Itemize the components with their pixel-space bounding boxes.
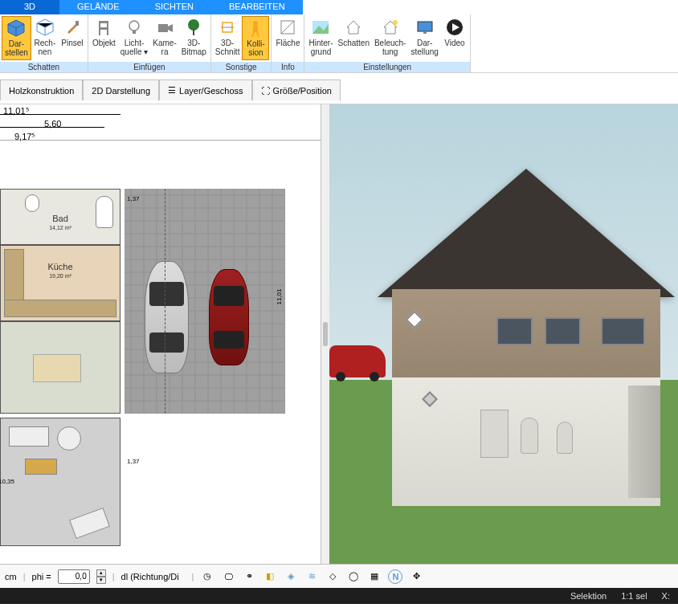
3d-bitmap-button[interactable]: 3D- Bitmap bbox=[179, 16, 209, 60]
tool-clock-icon[interactable]: ◷ bbox=[200, 569, 214, 584]
driveway[interactable]: 11,01 bbox=[125, 189, 285, 414]
house-light-icon bbox=[381, 18, 400, 37]
svg-marker-22 bbox=[347, 21, 360, 34]
tab-sichten[interactable]: SICHTEN bbox=[137, 0, 211, 14]
video-button[interactable]: Video bbox=[441, 16, 468, 60]
status-selection: Selektion bbox=[570, 591, 607, 601]
tool-monitor-icon[interactable]: 🖵 bbox=[221, 569, 235, 584]
person-icon bbox=[246, 18, 265, 38]
status-coord: X: bbox=[662, 591, 670, 601]
brush-icon bbox=[63, 18, 82, 37]
room-bad[interactable]: Bad14,12 m² bbox=[0, 189, 120, 245]
monitor-icon bbox=[415, 18, 435, 37]
subtab-2d-darstellung[interactable]: 2D Darstellung bbox=[83, 80, 159, 100]
main-tabs: 3D GELÄNDE SICHTEN BEARBEITEN bbox=[0, 0, 678, 14]
work-area: 11,01⁵ 5,60 9,17⁵ Bad14,12 m² Küche19,20… bbox=[0, 104, 678, 564]
svg-rect-8 bbox=[133, 31, 136, 34]
rechnen-button[interactable]: Rech- nen bbox=[31, 16, 59, 60]
group-label-sonstige: Sonstige bbox=[211, 62, 272, 72]
darstellung-button[interactable]: Dar- stellung bbox=[408, 16, 440, 60]
tool-cursor-icon[interactable]: ✥ bbox=[409, 569, 423, 584]
tab-gelaende[interactable]: GELÄNDE bbox=[59, 0, 137, 14]
svg-point-7 bbox=[129, 21, 139, 31]
tool-layers2-icon[interactable]: ≋ bbox=[304, 569, 319, 584]
phi-spinner[interactable]: ▲▼ bbox=[96, 569, 106, 584]
hintergrund-button[interactable]: Hinter- grund bbox=[306, 16, 335, 60]
3d-view[interactable] bbox=[329, 104, 678, 564]
pinsel-button[interactable]: Pinsel bbox=[59, 16, 86, 60]
svg-line-17 bbox=[252, 32, 254, 37]
tab-bearbeiten[interactable]: BEARBEITEN bbox=[211, 0, 303, 14]
room-lower[interactable] bbox=[0, 418, 120, 546]
tool-layers1-icon[interactable]: ◈ bbox=[284, 569, 298, 584]
flaeche-button[interactable]: Fläche bbox=[273, 16, 302, 60]
direction-label: dl (Richtung/Di bbox=[121, 572, 186, 581]
tool-grid-icon[interactable]: ▦ bbox=[367, 569, 382, 584]
3d-schnitt-button[interactable]: 3D- Schnitt bbox=[213, 16, 243, 60]
status-scale: 1:1 sel bbox=[621, 591, 647, 601]
tab-3d[interactable]: 3D bbox=[0, 0, 59, 14]
phi-label: phi = bbox=[32, 572, 51, 581]
car-silver[interactable] bbox=[145, 261, 189, 373]
bottom-toolbar: cm | phi = ▲▼ | dl (Richtung/Di | ◷ 🖵 ⚭ … bbox=[0, 564, 678, 588]
darstellen-button[interactable]: Dar- stellen bbox=[2, 16, 31, 60]
svg-rect-2 bbox=[76, 21, 79, 26]
car-3d bbox=[329, 345, 386, 377]
cube-icon bbox=[6, 18, 26, 38]
subtab-layer-geschoss[interactable]: ☰Layer/Geschoss bbox=[159, 80, 251, 100]
dim-s3: 10,35 bbox=[0, 478, 14, 485]
splitter[interactable] bbox=[321, 104, 329, 564]
svg-point-24 bbox=[393, 20, 398, 25]
car-red[interactable] bbox=[209, 269, 249, 365]
beleuchtung-button[interactable]: Beleuch- tung bbox=[372, 16, 408, 60]
dim-s1: 1,37 bbox=[127, 195, 140, 202]
svg-rect-26 bbox=[423, 31, 427, 34]
tool-link-icon[interactable]: ⚭ bbox=[242, 569, 256, 584]
room-zimmer[interactable]: zimmer bbox=[0, 321, 120, 414]
property-tabs: Holzkonstruktion 2D Darstellung ☰Layer/G… bbox=[0, 73, 678, 104]
bulb-icon bbox=[125, 18, 144, 37]
group-label-einfuegen: Einfügen bbox=[88, 62, 210, 72]
landscape-icon bbox=[311, 18, 330, 37]
svg-rect-25 bbox=[418, 22, 432, 31]
layers-icon: ☰ bbox=[168, 85, 176, 96]
phi-input[interactable] bbox=[58, 569, 90, 584]
svg-rect-16 bbox=[253, 26, 258, 32]
tool-circle-icon[interactable]: ◯ bbox=[346, 569, 361, 584]
svg-rect-9 bbox=[158, 24, 168, 32]
unit-label: cm bbox=[5, 572, 17, 581]
group-label-einstellungen: Einstellungen bbox=[304, 62, 469, 72]
area-icon bbox=[278, 18, 297, 37]
subtab-groesse-position[interactable]: ⛶Größe/Position bbox=[252, 80, 341, 100]
svg-point-11 bbox=[188, 19, 199, 31]
resize-icon: ⛶ bbox=[261, 86, 270, 96]
group-label-schatten: Schatten bbox=[0, 62, 88, 72]
svg-marker-10 bbox=[168, 24, 173, 32]
objekt-button[interactable]: Objekt bbox=[90, 16, 118, 60]
svg-line-18 bbox=[257, 32, 259, 37]
dim-drive: 11,01 bbox=[275, 288, 282, 304]
tree-icon bbox=[184, 18, 203, 37]
kollision-button[interactable]: Kolli- sion bbox=[242, 16, 269, 60]
dim-overall: 11,01⁵ bbox=[3, 106, 29, 116]
tool-diamond-icon[interactable]: ◇ bbox=[325, 569, 340, 584]
dim-s2: 1,37 bbox=[127, 458, 140, 465]
svg-point-15 bbox=[253, 21, 258, 26]
floorplan-view[interactable]: 11,01⁵ 5,60 9,17⁵ Bad14,12 m² Küche19,20… bbox=[0, 104, 321, 564]
tool-cube-icon[interactable]: ◧ bbox=[263, 569, 277, 584]
status-bar: Selektion 1:1 sel X: bbox=[0, 588, 678, 604]
camera-icon bbox=[155, 18, 174, 37]
house-3d bbox=[378, 169, 675, 506]
svg-rect-12 bbox=[193, 29, 194, 35]
schatten-set-button[interactable]: Schatten bbox=[335, 16, 371, 60]
ribbon: Dar- stellen Rech- nen Pinsel Schatten O… bbox=[0, 14, 678, 73]
subtab-holzkonstruktion[interactable]: Holzkonstruktion bbox=[0, 80, 83, 100]
lichtquelle-button[interactable]: Licht- quelle ▾ bbox=[118, 16, 150, 60]
room-kueche[interactable]: Küche19,20 m² bbox=[0, 245, 120, 321]
chair-icon bbox=[94, 18, 113, 37]
kamera-button[interactable]: Kame- ra bbox=[150, 16, 178, 60]
scissors-icon bbox=[218, 18, 237, 37]
tool-n-icon[interactable]: N bbox=[388, 569, 402, 584]
cube-wire-icon bbox=[35, 18, 55, 37]
house-shadow-icon bbox=[344, 18, 363, 37]
